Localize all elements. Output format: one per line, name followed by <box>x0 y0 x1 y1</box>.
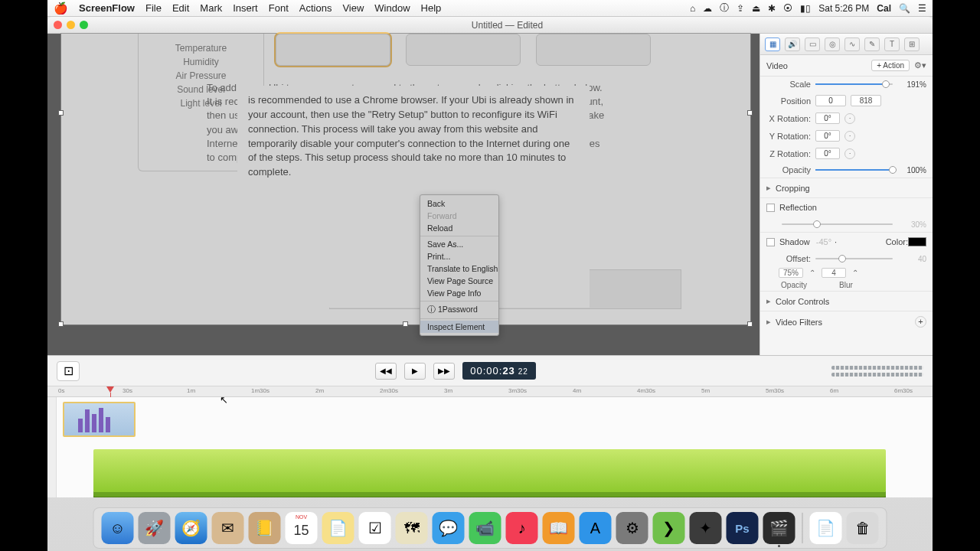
reset-icon[interactable]: · <box>844 131 855 142</box>
media-clip[interactable] <box>93 449 886 492</box>
z-rotation[interactable]: 0° <box>815 148 840 159</box>
dock-trash[interactable]: 🗑 <box>847 512 879 544</box>
section-filters[interactable]: ▸Video Filters+ <box>760 311 933 332</box>
spotlight-icon[interactable]: 🔍 <box>899 3 910 14</box>
dock-appstore[interactable]: A <box>580 512 612 544</box>
menu-file[interactable]: File <box>145 2 162 14</box>
menu-actions[interactable]: Actions <box>299 2 332 14</box>
dock-ibooks[interactable]: 📖 <box>543 512 575 544</box>
ruler[interactable]: 0s30s1m1m30s2m2m30s3m3m30s4m4m30s5m5m30s… <box>47 386 933 397</box>
dock-safari[interactable]: 🧭 <box>175 512 207 544</box>
dock-calendar[interactable]: NOV15 <box>286 512 318 544</box>
menu-edit[interactable]: Edit <box>172 2 189 14</box>
dock-notes[interactable]: 📄 <box>322 512 354 544</box>
rewind-button[interactable]: ◀◀ <box>375 363 397 380</box>
menu-insert[interactable]: Insert <box>233 2 258 14</box>
menu-extra-icon[interactable]: ⌂ <box>690 3 695 14</box>
window-close[interactable] <box>54 21 62 29</box>
dock-reminders[interactable]: ☑ <box>359 512 391 544</box>
dock-facetime[interactable]: 📹 <box>469 512 501 544</box>
ruler-label: 1m30s <box>251 387 270 394</box>
clock[interactable]: Sat 5:26 PM <box>818 3 869 14</box>
app-name[interactable]: ScreenFlow <box>79 2 135 14</box>
section-color[interactable]: ▸Color Controls <box>760 291 933 311</box>
tab-audio[interactable]: 🔊 <box>785 37 800 51</box>
ruler-label: 2m30s <box>380 387 398 394</box>
screenflow-window: Untitled — Edited Temperature Humidity A… <box>47 17 933 497</box>
reset-icon[interactable]: · <box>844 148 855 159</box>
gear-icon[interactable]: ⚙▾ <box>914 60 926 70</box>
x-rotation[interactable]: 0° <box>815 112 840 124</box>
reflection-slider <box>782 220 893 229</box>
bluetooth-icon[interactable]: ✱ <box>768 3 776 14</box>
menu-view[interactable]: View <box>342 2 364 14</box>
dock-settings[interactable]: ⚙ <box>616 512 648 544</box>
shadow-color[interactable] <box>908 237 926 246</box>
wifi-icon[interactable]: ⦿ <box>783 3 792 14</box>
position-y[interactable]: 818 <box>851 95 881 106</box>
timeline: ⊡ ◀◀ ▶ ▶▶ 00:00:23 22 0s30s1m1m30s2m2m30… <box>47 355 933 497</box>
ruler-label: 6m <box>830 387 838 394</box>
add-action-button[interactable]: + Action <box>871 60 910 71</box>
dock-photoshop[interactable]: Ps <box>727 512 759 544</box>
dock-contacts[interactable]: 📒 <box>249 512 281 544</box>
section-cropping[interactable]: ▸Cropping <box>760 178 933 197</box>
add-filter-button[interactable]: + <box>915 316 926 328</box>
canvas-area[interactable]: Temperature Humidity Air Pressure Sound … <box>47 34 760 355</box>
resize-handle[interactable] <box>58 110 64 116</box>
section-reflection[interactable]: Reflection <box>760 197 933 217</box>
dock-screenflow[interactable]: 🎬 <box>763 512 795 544</box>
resize-handle[interactable] <box>747 110 753 116</box>
battery-icon[interactable]: ▮▯ <box>800 3 811 14</box>
dock-feedly[interactable]: ❯ <box>653 512 685 544</box>
resize-handle[interactable] <box>58 321 64 327</box>
mac-menubar: 🍎 ScreenFlow File Edit Mark Insert Font … <box>47 0 933 17</box>
y-rotation[interactable]: 0° <box>815 130 840 142</box>
tab-screen[interactable]: ▭ <box>805 37 820 51</box>
menu-extra-icon[interactable]: ⓘ <box>720 2 729 15</box>
resize-handle[interactable] <box>747 321 753 327</box>
dock-document[interactable]: 📄 <box>810 512 842 544</box>
forward-button[interactable]: ▶▶ <box>433 363 455 380</box>
menu-help[interactable]: Help <box>421 2 442 14</box>
window-zoom[interactable] <box>80 21 88 29</box>
tracks[interactable]: 🔍 <box>47 397 933 497</box>
tab-callout[interactable]: ◎ <box>825 37 840 51</box>
tab-annotate[interactable]: ✎ <box>864 37 880 51</box>
ruler-label: 30s <box>122 387 132 394</box>
menu-mark[interactable]: Mark <box>200 2 222 14</box>
ruler-label: 3m30s <box>508 387 527 394</box>
window-minimize[interactable] <box>67 21 75 29</box>
video-clip[interactable] <box>63 402 136 437</box>
menu-extra-icon[interactable]: ☁ <box>703 3 712 14</box>
reset-icon[interactable]: · <box>844 113 855 124</box>
user-menu[interactable]: Cal <box>877 3 891 14</box>
tab-video[interactable]: ▦ <box>765 37 780 51</box>
crop-button[interactable]: ⊡ <box>57 361 80 381</box>
dock-mail[interactable]: ✉ <box>212 512 244 544</box>
dock-maps[interactable]: 🗺 <box>396 512 428 544</box>
audio-meter <box>831 362 923 380</box>
opacity-slider[interactable] <box>815 165 893 174</box>
notification-center-icon[interactable]: ☰ <box>918 3 926 14</box>
position-x[interactable]: 0 <box>815 95 846 106</box>
dock-fcpx[interactable]: ✦ <box>690 512 722 544</box>
menu-extra-icon[interactable]: ⏏ <box>752 3 760 14</box>
ruler-label: 5m <box>701 387 710 394</box>
dock-itunes[interactable]: ♪ <box>506 512 538 544</box>
menu-font[interactable]: Font <box>269 2 289 14</box>
dock-finder[interactable]: ☺ <box>102 512 134 544</box>
tab-touch[interactable]: ∿ <box>844 37 860 51</box>
play-button[interactable]: ▶ <box>404 363 426 380</box>
menu-extra-icon[interactable]: ⇪ <box>737 3 744 14</box>
playhead[interactable] <box>106 386 114 393</box>
menu-window[interactable]: Window <box>374 2 410 14</box>
tab-media[interactable]: ⊞ <box>904 37 920 51</box>
section-shadow[interactable]: Shadow -45° · Color: <box>760 232 933 251</box>
scale-slider[interactable] <box>815 80 893 89</box>
apple-menu[interactable]: 🍎 <box>54 2 68 15</box>
resize-handle[interactable] <box>403 321 408 327</box>
dock-messages[interactable]: 💬 <box>433 512 465 544</box>
dock-launchpad[interactable]: 🚀 <box>139 512 171 544</box>
tab-text[interactable]: T <box>884 37 900 51</box>
